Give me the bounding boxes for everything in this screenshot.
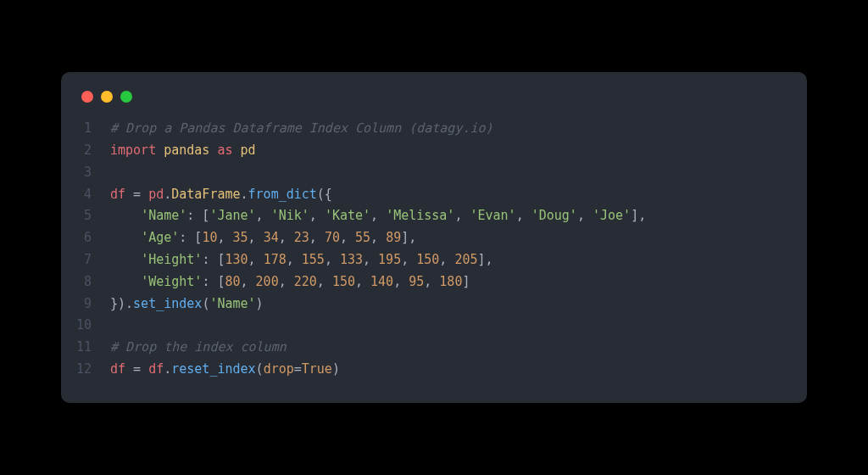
line-number: 8: [61, 271, 110, 293]
code-line: 8 'Weight': [80, 200, 220, 150, 140, 95,…: [61, 271, 807, 293]
code-line: 3: [61, 162, 807, 184]
code-line: 2import pandas as pd: [61, 140, 807, 162]
code-line: 11# Drop the index column: [61, 337, 807, 359]
line-number: 3: [61, 162, 110, 184]
line-content: 'Weight': [80, 200, 220, 150, 140, 95, 1…: [110, 271, 470, 293]
line-number: 2: [61, 140, 110, 162]
code-line: 1# Drop a Pandas Dataframe Index Column …: [61, 118, 807, 140]
line-number: 11: [61, 337, 110, 359]
code-editor[interactable]: 1# Drop a Pandas Dataframe Index Column …: [61, 118, 807, 381]
line-number: 7: [61, 249, 110, 271]
line-content: df = df.reset_index(drop=True): [110, 359, 340, 381]
line-content: 'Height': [130, 178, 155, 133, 195, 150,…: [110, 249, 493, 271]
line-content: 'Age': [10, 35, 34, 23, 70, 55, 89],: [110, 227, 416, 249]
line-number: 1: [61, 118, 110, 140]
code-line: 12df = df.reset_index(drop=True): [61, 359, 807, 381]
close-icon[interactable]: [81, 91, 93, 103]
code-line: 5 'Name': ['Jane', 'Nik', 'Kate', 'Melis…: [61, 205, 807, 227]
maximize-icon[interactable]: [120, 91, 132, 103]
line-content: 'Name': ['Jane', 'Nik', 'Kate', 'Melissa…: [110, 205, 646, 227]
line-number: 9: [61, 293, 110, 316]
code-line: 4df = pd.DataFrame.from_dict({: [61, 184, 807, 206]
code-line: 6 'Age': [10, 35, 34, 23, 70, 55, 89],: [61, 227, 807, 249]
line-content: # Drop the index column: [110, 337, 287, 359]
code-line: 9}).set_index('Name'): [61, 293, 807, 316]
code-window: 1# Drop a Pandas Dataframe Index Column …: [61, 72, 807, 403]
code-line: 10: [61, 315, 807, 337]
line-content: import pandas as pd: [110, 140, 256, 162]
line-content: # Drop a Pandas Dataframe Index Column (…: [110, 118, 493, 140]
line-number: 4: [61, 184, 110, 206]
line-number: 6: [61, 227, 110, 249]
window-titlebar: [61, 91, 807, 118]
minimize-icon[interactable]: [101, 91, 113, 103]
line-number: 5: [61, 205, 110, 227]
line-content: }).set_index('Name'): [110, 293, 264, 316]
code-line: 7 'Height': [130, 178, 155, 133, 195, 15…: [61, 249, 807, 271]
line-number: 10: [61, 315, 110, 337]
line-content: df = pd.DataFrame.from_dict({: [110, 184, 332, 206]
line-number: 12: [61, 359, 110, 381]
